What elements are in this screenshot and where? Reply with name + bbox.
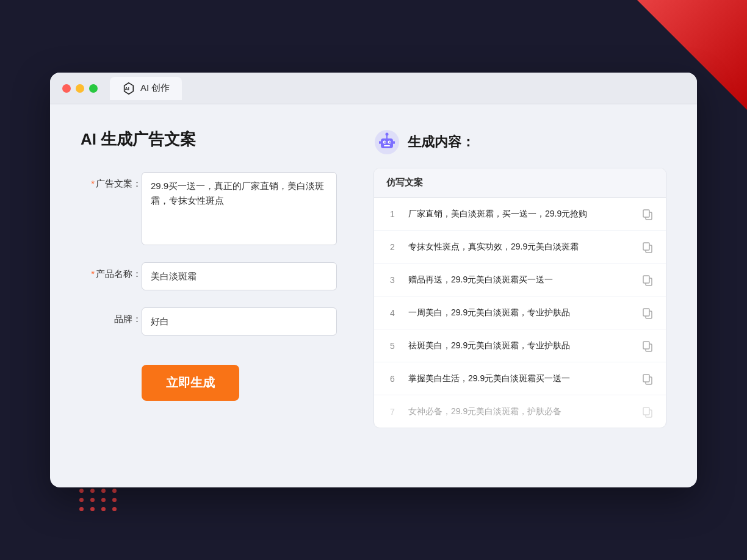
row-text-5: 祛斑美白，29.9元美白淡斑霜，专业护肤品 [408, 339, 632, 352]
result-title: 生成内容： [408, 133, 475, 151]
panel-title: AI 生成广告文案 [81, 129, 337, 150]
row-text-1: 厂家直销，美白淡斑霜，买一送一，29.9元抢购 [408, 207, 632, 220]
svg-rect-20 [643, 309, 649, 316]
row-num-4: 4 [386, 308, 399, 318]
ai-tab-label: AI 创作 [140, 82, 170, 94]
copy-icon-6[interactable] [641, 373, 654, 385]
copy-icon-5[interactable] [641, 340, 654, 352]
table-row-dimmed: 7 女神必备，29.9元美白淡斑霜，护肤必备 [374, 395, 666, 428]
table-row: 4 一周美白，29.9元美白淡斑霜，专业护肤品 [374, 296, 666, 329]
svg-point-10 [386, 133, 389, 136]
row-num-5: 5 [386, 341, 399, 351]
table-row: 6 掌握美白生活，29.9元美白淡斑霜买一送一 [374, 362, 666, 395]
svg-text:AI: AI [125, 86, 129, 92]
result-header: 生成内容： [374, 129, 666, 156]
svg-rect-3 [381, 138, 393, 148]
table-row: 3 赠品再送，29.9元美白淡斑霜买一送一 [374, 264, 666, 296]
svg-rect-26 [643, 407, 649, 415]
svg-rect-8 [384, 145, 390, 146]
table-row: 1 厂家直销，美白淡斑霜，买一送一，29.9元抢购 [374, 198, 666, 231]
copy-icon-1[interactable] [641, 208, 654, 220]
row-text-4: 一周美白，29.9元美白淡斑霜，专业护肤品 [408, 306, 632, 319]
ad-copy-row: *广告文案： 29.9买一送一，真正的厂家直销，美白淡斑霜，专抹女性斑点 [81, 172, 337, 245]
svg-rect-24 [643, 375, 649, 382]
row-text-6: 掌握美白生活，29.9元美白淡斑霜买一送一 [408, 372, 632, 385]
product-name-input[interactable] [142, 262, 337, 290]
row-num-7: 7 [386, 407, 399, 417]
close-button[interactable] [62, 84, 71, 93]
table-header: 仿写文案 [374, 168, 666, 198]
svg-rect-18 [643, 276, 649, 283]
row-num-6: 6 [386, 374, 399, 384]
copy-icon-4[interactable] [641, 307, 654, 319]
row-num-2: 2 [386, 242, 399, 252]
window-body: AI 生成广告文案 *广告文案： 29.9买一送一，真正的厂家直销，美白淡斑霜，… [50, 104, 697, 459]
row-num-3: 3 [386, 275, 399, 285]
copy-icon-7[interactable] [641, 406, 654, 418]
brand-row: 品牌： [81, 307, 337, 336]
table-row: 2 专抹女性斑点，真实功效，29.9元美白淡斑霜 [374, 231, 666, 264]
svg-rect-16 [643, 243, 649, 250]
svg-rect-12 [393, 141, 395, 144]
title-bar: AI AI 创作 [50, 73, 697, 104]
required-star-2: * [91, 268, 95, 279]
svg-rect-14 [643, 210, 649, 217]
row-num-1: 1 [386, 209, 399, 219]
product-name-row: *产品名称： [81, 262, 337, 290]
minimize-button[interactable] [76, 84, 84, 93]
table-row: 5 祛斑美白，29.9元美白淡斑霜，专业护肤品 [374, 329, 666, 362]
svg-point-6 [384, 142, 386, 143]
svg-rect-22 [643, 342, 649, 349]
traffic-lights [62, 84, 98, 93]
svg-rect-11 [379, 141, 381, 144]
required-star-1: * [91, 178, 95, 188]
row-text-2: 专抹女性斑点，真实功效，29.9元美白淡斑霜 [408, 240, 632, 253]
generate-button[interactable]: 立即生成 [142, 365, 239, 401]
left-panel: AI 生成广告文案 *广告文案： 29.9买一送一，真正的厂家直销，美白淡斑霜，… [81, 129, 337, 428]
brand-label: 品牌： [81, 307, 142, 325]
ai-tab-icon: AI [122, 82, 135, 95]
result-table: 仿写文案 1 厂家直销，美白淡斑霜，买一送一，29.9元抢购 2 专抹女性斑点，… [374, 168, 666, 428]
robot-icon [374, 129, 400, 156]
copy-icon-2[interactable] [641, 241, 654, 253]
brand-input[interactable] [142, 307, 337, 336]
maximize-button[interactable] [89, 84, 98, 93]
ad-copy-label: *广告文案： [81, 172, 142, 190]
product-name-label: *产品名称： [81, 262, 142, 280]
right-panel: 生成内容： 仿写文案 1 厂家直销，美白淡斑霜，买一送一，29.9元抢购 2 专… [374, 129, 666, 428]
ai-tab[interactable]: AI AI 创作 [110, 77, 182, 100]
row-text-3: 赠品再送，29.9元美白淡斑霜买一送一 [408, 273, 632, 286]
svg-point-7 [389, 142, 391, 143]
ad-copy-textarea[interactable]: 29.9买一送一，真正的厂家直销，美白淡斑霜，专抹女性斑点 [142, 172, 337, 245]
copy-icon-3[interactable] [641, 274, 654, 286]
main-window: AI AI 创作 AI 生成广告文案 *广告文案： 29.9买一送一，真正的厂家… [50, 73, 697, 487]
row-text-7: 女神必备，29.9元美白淡斑霜，护肤必备 [408, 405, 632, 418]
